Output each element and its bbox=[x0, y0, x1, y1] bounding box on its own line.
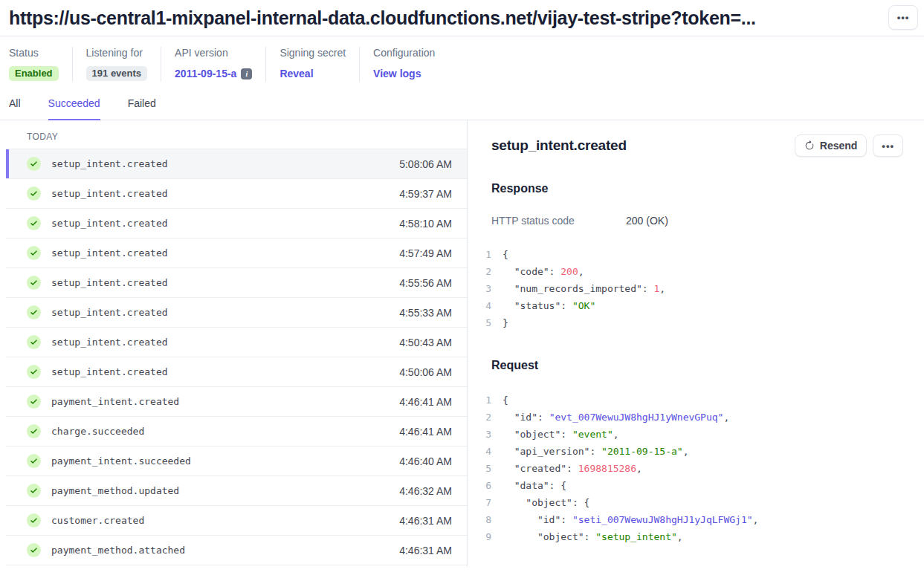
check-icon bbox=[27, 276, 41, 290]
code-line: 5 "created": 1698815286, bbox=[479, 460, 903, 477]
meta-value: 191 events bbox=[86, 65, 148, 82]
code-text: "status": "OK" bbox=[503, 297, 595, 314]
meta-value: 2011-09-15-ai bbox=[175, 65, 252, 82]
check-icon bbox=[27, 305, 41, 319]
event-row[interactable]: payment_intent.succeeded4:46:40 AM bbox=[6, 447, 467, 476]
event-row[interactable]: setup_intent.created4:57:49 AM bbox=[6, 238, 467, 268]
tab-all[interactable]: All bbox=[9, 97, 21, 120]
line-number: 3 bbox=[479, 280, 491, 297]
meta-label: Configuration bbox=[373, 47, 435, 59]
event-detail-header: setup_intent.created Resend ••• bbox=[491, 134, 903, 157]
code-text: } bbox=[503, 314, 508, 331]
resend-button[interactable]: Resend bbox=[795, 134, 868, 157]
event-row[interactable]: setup_intent.created4:50:06 AM bbox=[6, 357, 467, 387]
event-row[interactable]: customer.created4:46:31 AM bbox=[6, 506, 467, 536]
meta-label: Listening for bbox=[86, 47, 148, 59]
endpoint-meta-bar: StatusEnabledListening for191 eventsAPI … bbox=[0, 36, 924, 82]
http-status-label: HTTP status code bbox=[491, 215, 626, 227]
info-icon: i bbox=[241, 68, 252, 79]
code-text: "object": "event", bbox=[503, 426, 619, 443]
line-number: 5 bbox=[479, 460, 491, 477]
event-time: 4:46:32 AM bbox=[399, 485, 452, 497]
code-line: 1{ bbox=[479, 392, 903, 409]
event-rows: setup_intent.created5:08:06 AMsetup_inte… bbox=[6, 149, 467, 565]
event-time: 4:57:49 AM bbox=[399, 247, 452, 259]
event-time: 4:46:41 AM bbox=[399, 396, 452, 408]
event-detail-actions: Resend ••• bbox=[795, 134, 903, 157]
resend-icon bbox=[804, 140, 815, 151]
event-row[interactable]: payment_method.attached4:46:31 AM bbox=[6, 536, 467, 565]
reveal-link[interactable]: Reveal bbox=[280, 68, 313, 79]
check-icon bbox=[27, 157, 41, 171]
event-list-section-label: TODAY bbox=[6, 120, 467, 149]
line-number: 9 bbox=[479, 528, 491, 545]
detail-overflow-menu-button[interactable]: ••• bbox=[873, 134, 903, 157]
2011-09-15-a-link[interactable]: 2011-09-15-a bbox=[175, 68, 236, 79]
event-row[interactable]: payment_method.updated4:46:32 AM bbox=[6, 476, 467, 506]
event-type-label: payment_method.attached bbox=[51, 545, 185, 556]
event-row[interactable]: setup_intent.created4:55:33 AM bbox=[6, 298, 467, 328]
page-overflow-menu-button[interactable]: ••• bbox=[888, 5, 918, 30]
event-time: 5:08:06 AM bbox=[399, 158, 452, 170]
code-text: "api_version": "2011-09-15-a", bbox=[503, 443, 688, 460]
code-text: "num_records_imported": 1, bbox=[503, 280, 665, 297]
line-number: 6 bbox=[479, 477, 491, 494]
check-icon bbox=[27, 484, 41, 498]
line-number: 4 bbox=[479, 297, 491, 314]
event-type-label: setup_intent.created bbox=[51, 218, 168, 229]
tab-succeeded[interactable]: Succeeded bbox=[48, 97, 100, 120]
event-row[interactable]: setup_intent.created4:58:10 AM bbox=[6, 209, 467, 238]
line-number: 5 bbox=[479, 314, 491, 331]
http-status-value: 200 (OK) bbox=[626, 215, 668, 227]
event-row[interactable]: charge.succeeded4:46:41 AM bbox=[6, 417, 467, 447]
event-detail-title: setup_intent.created bbox=[491, 137, 627, 154]
event-row[interactable]: setup_intent.created4:50:43 AM bbox=[6, 328, 467, 357]
response-code-block: 1{2 "code": 200,3 "num_records_imported"… bbox=[479, 246, 903, 331]
line-number: 2 bbox=[479, 263, 491, 280]
code-line: 5} bbox=[479, 314, 903, 331]
code-line: 3 "object": "event", bbox=[479, 426, 903, 443]
event-type-label: customer.created bbox=[51, 515, 144, 526]
event-detail-pane: setup_intent.created Resend ••• Response bbox=[468, 120, 924, 567]
meta-value: Enabled bbox=[9, 65, 59, 82]
meta-label: Status bbox=[9, 47, 59, 59]
code-line: 4 "api_version": "2011-09-15-a", bbox=[479, 443, 903, 460]
code-text: "code": 200, bbox=[503, 263, 584, 280]
check-icon bbox=[27, 543, 41, 557]
check-icon bbox=[27, 216, 41, 230]
event-time: 4:46:40 AM bbox=[399, 455, 452, 467]
meta-label: Signing secret bbox=[280, 47, 346, 59]
resend-button-label: Resend bbox=[820, 140, 858, 152]
event-type-label: setup_intent.created bbox=[51, 366, 168, 377]
code-line: 1{ bbox=[479, 246, 903, 263]
event-row[interactable]: setup_intent.created5:08:06 AM bbox=[6, 149, 467, 179]
event-time: 4:59:37 AM bbox=[399, 188, 452, 200]
meta-value: View logs bbox=[373, 65, 435, 82]
event-type-label: setup_intent.created bbox=[51, 247, 168, 259]
event-row[interactable]: setup_intent.created4:59:37 AM bbox=[6, 179, 467, 209]
code-text: { bbox=[503, 246, 508, 263]
check-icon bbox=[27, 394, 41, 409]
line-number: 1 bbox=[479, 246, 491, 263]
view-logs-link[interactable]: View logs bbox=[373, 68, 421, 79]
event-row[interactable]: payment_intent.created4:46:41 AM bbox=[6, 387, 467, 417]
request-code-block: 1{2 "id": "evt_007WewuJW8hgHJ1yWnevGPuq"… bbox=[479, 392, 903, 545]
event-row[interactable]: setup_intent.created4:55:56 AM bbox=[6, 268, 467, 298]
code-text: "object": { bbox=[503, 494, 589, 511]
event-time: 4:46:31 AM bbox=[399, 545, 452, 556]
code-text: "id": "evt_007WewuJW8hgHJ1yWnevGPuq", bbox=[503, 409, 729, 426]
tab-failed[interactable]: Failed bbox=[128, 97, 156, 120]
more-icon: ••• bbox=[882, 140, 894, 152]
code-text: { bbox=[503, 392, 508, 409]
line-number: 3 bbox=[479, 426, 491, 443]
line-number: 7 bbox=[479, 494, 491, 511]
meta-label: API version bbox=[175, 47, 252, 59]
events-count-badge: 191 events bbox=[86, 66, 148, 81]
line-number: 4 bbox=[479, 443, 491, 460]
meta-value: Reveal bbox=[280, 65, 346, 82]
code-line: 3 "num_records_imported": 1, bbox=[479, 280, 903, 297]
code-text: "data": { bbox=[503, 477, 566, 494]
event-time: 4:58:10 AM bbox=[399, 218, 452, 230]
event-type-label: setup_intent.created bbox=[51, 188, 168, 199]
meta-col-api-version: API version2011-09-15-ai bbox=[175, 47, 266, 82]
